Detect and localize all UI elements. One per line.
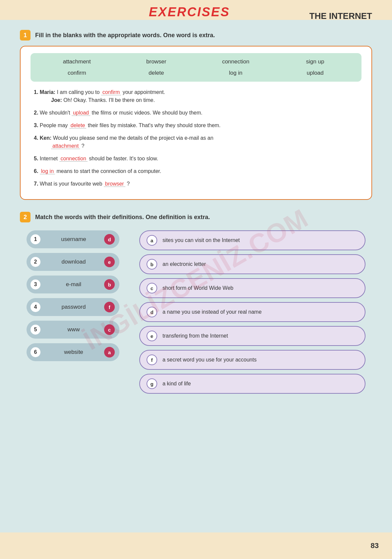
ex3-num: 3.: [34, 122, 40, 128]
ex1-speaker1: Maria:: [40, 89, 57, 95]
word-delete: delete: [117, 70, 196, 76]
def-item-a: a sites you can visit on the Internet: [139, 230, 365, 250]
word-attachment: attachment: [37, 58, 117, 65]
page-header: EXERCISES THE INTERNET: [0, 5, 392, 19]
def-letter-f: f: [147, 355, 157, 365]
answer-bubble-5: c: [104, 324, 115, 335]
bottom-bar: 83: [0, 532, 392, 559]
def-item-c: c short form of World Wide Web: [139, 278, 365, 298]
exercise-2: 2. We shouldn't upload the films or musi…: [34, 109, 358, 117]
section-1-number: 1: [20, 30, 31, 40]
def-text-d: a name you use instead of your real name: [163, 309, 262, 315]
word-text-3: e-mail: [46, 281, 101, 288]
ex1-answer: confirm: [101, 89, 121, 95]
def-letter-e: e: [147, 331, 157, 341]
word-signup: sign up: [276, 58, 355, 65]
ex4-speaker: Ken:: [40, 135, 53, 141]
page-number: 83: [371, 541, 379, 550]
def-text-g: a kind of life: [163, 381, 191, 387]
def-text-e: transfering from the Internet: [163, 333, 228, 339]
ex7-num: 7.: [34, 181, 40, 187]
def-item-d: d a name you use instead of your real na…: [139, 302, 365, 322]
ex1-text1: I am calling you to: [57, 89, 101, 95]
word-text-5: www: [46, 326, 101, 333]
ex3-text1: People may: [40, 122, 69, 128]
main-content: 1 Fill in the blanks with the appropriat…: [20, 23, 372, 532]
ex4-num: 4.: [34, 135, 40, 141]
ex1-num: 1.: [34, 89, 40, 95]
ex5-answer: connection: [59, 156, 88, 162]
ex6-num: 6.: [34, 168, 40, 174]
def-letter-d: d: [147, 307, 157, 317]
ex4-text1: Would you please send me the details of …: [53, 135, 214, 141]
ex2-num: 2.: [34, 110, 40, 116]
left-word-item-3: 3 e-mail b: [27, 276, 119, 293]
ex4-answer: attachment: [51, 143, 80, 149]
topic-title: THE INTERNET: [309, 11, 372, 21]
exercise-4: 4. Ken: Would you please send me the det…: [34, 134, 358, 150]
section-2: 2 Match the words with their definitions…: [20, 212, 372, 394]
section-1-header: 1 Fill in the blanks with the appropriat…: [20, 30, 372, 40]
word-connection: connection: [196, 58, 276, 65]
def-item-g: g a kind of life: [139, 374, 365, 394]
left-word-item-4: 4 password f: [27, 298, 119, 316]
ex1-speaker2: Joe: Oh! Okay. Thanks. I'll be there on …: [51, 97, 155, 103]
def-item-e: e transfering from the Internet: [139, 326, 365, 346]
word-num-1: 1: [30, 234, 41, 245]
answer-bubble-1: d: [104, 234, 115, 245]
def-text-c: short form of World Wide Web: [163, 285, 233, 291]
left-word-item-1: 1 username d: [27, 230, 119, 248]
exercises-list: 1. Maria: I am calling you to confirm yo…: [31, 88, 361, 188]
exercise-1: 1. Maria: I am calling you to confirm yo…: [34, 88, 358, 104]
ex6-text2: means to start the connection of a compu…: [57, 168, 162, 174]
def-letter-b: b: [147, 259, 157, 270]
word-login: log in: [196, 70, 276, 76]
ex3-answer: delete: [69, 122, 87, 128]
word-num-4: 4: [30, 301, 41, 313]
matching-area: 1 username d 2 download e 3 e-mail b 4 p…: [20, 230, 372, 394]
right-column: a sites you can visit on the Internet b …: [139, 230, 365, 394]
def-text-f: a secret word you use for your accounts: [163, 357, 257, 363]
ex4-answer-area: attachment ?: [51, 143, 85, 149]
def-text-a: sites you can visit on the Internet: [163, 237, 240, 243]
left-word-item-2: 2 download e: [27, 253, 119, 271]
ex5-num: 5.: [34, 156, 40, 161]
ex6-answer: log in: [40, 168, 55, 174]
answer-bubble-4: f: [104, 302, 115, 312]
ex7-text1: What is your favourite web: [40, 181, 104, 187]
ex5-text1: Internet: [40, 156, 59, 161]
def-item-b: b an electronic letter: [139, 254, 365, 274]
answer-bubble-3: b: [104, 279, 115, 290]
exercise-6: 6. log in means to start the connection …: [34, 167, 358, 175]
word-browser: browser: [117, 58, 196, 65]
ex2-text1: We shouldn't: [40, 110, 72, 116]
answer-bubble-6: a: [104, 347, 115, 358]
word-text-1: username: [46, 236, 101, 243]
exercises-title: EXERCISES: [149, 5, 230, 19]
word-text-2: download: [46, 259, 101, 265]
word-upload: upload: [276, 70, 355, 76]
ex2-answer: upload: [72, 110, 90, 116]
def-letter-g: g: [147, 378, 157, 389]
left-column: 1 username d 2 download e 3 e-mail b 4 p…: [27, 230, 119, 394]
section-2-header: 2 Match the words with their definitions…: [20, 212, 372, 222]
exercise-3: 3. People may delete their files by mist…: [34, 121, 358, 129]
answer-bubble-2: e: [104, 257, 115, 267]
def-letter-a: a: [147, 235, 157, 246]
ex7-answer: browser: [104, 181, 125, 187]
ex4-text2: ?: [82, 143, 85, 149]
left-word-item-5: 5 www c: [27, 321, 119, 339]
section-2-number: 2: [20, 212, 31, 222]
word-text-4: password: [46, 304, 101, 310]
def-text-b: an electronic letter: [163, 261, 206, 267]
word-confirm: confirm: [37, 70, 117, 76]
ex7-text2: ?: [127, 181, 130, 187]
exercise-7: 7. What is your favourite web browser ?: [34, 180, 358, 188]
def-letter-c: c: [147, 283, 157, 293]
word-box: attachment browser connection sign up co…: [31, 53, 361, 82]
ex5-text2: should be faster. It's too slow.: [89, 156, 158, 161]
ex2-text2: the films or music videos. We should buy…: [92, 110, 202, 116]
exercise-5: 5. Internet connection should be faster.…: [34, 155, 358, 163]
word-num-3: 3: [30, 279, 41, 290]
left-word-item-6: 6 website a: [27, 343, 119, 361]
